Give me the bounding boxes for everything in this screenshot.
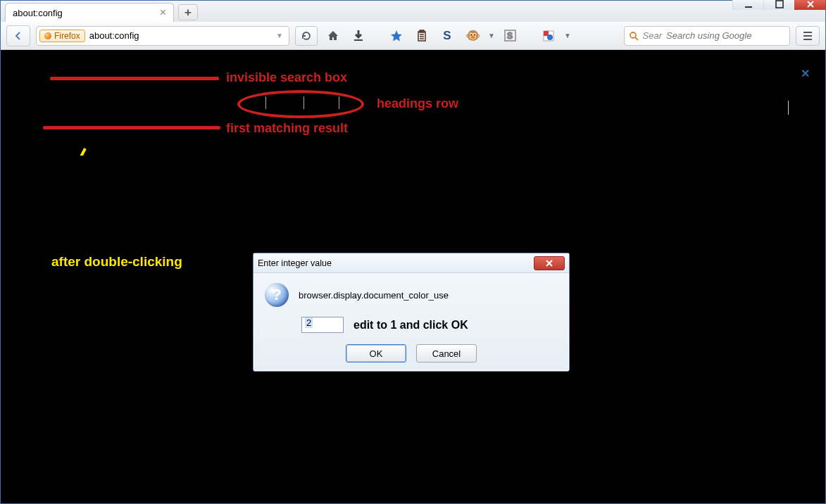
annotation-headings-row: headings row [377, 96, 458, 111]
browser-window: about:config × + Firefox [0, 0, 826, 504]
page-close-icon[interactable]: ✕ [801, 67, 810, 80]
back-button[interactable] [6, 25, 30, 46]
tab-about-config[interactable]: about:config × [5, 3, 174, 22]
tab-close-icon[interactable]: × [160, 7, 166, 18]
question-icon: ? [265, 283, 289, 307]
address-bar[interactable]: Firefox ▼ [36, 26, 289, 46]
dialog-pref-name: browser.display.document_color_use [299, 290, 449, 301]
monkey-icon[interactable]: 🐵 [463, 26, 482, 46]
search-prefix: Sear [643, 30, 662, 41]
annotation-invisible-search: invisible search box [226, 70, 347, 85]
about-config-page[interactable]: ✕ invisible search box headings row firs… [1, 50, 825, 503]
toolbar-dropdown-1[interactable]: ▼ [488, 32, 495, 39]
tab-title: about:config [13, 8, 63, 18]
dialog-ok-button[interactable]: OK [346, 344, 406, 363]
annotation-first-result: first matching result [226, 121, 348, 136]
integer-value-dialog: Enter integer value ? browser.display.do… [253, 253, 570, 372]
bookmark-star-button[interactable] [387, 26, 406, 46]
dialog-cancel-button[interactable]: Cancel [416, 344, 477, 363]
annotation-line-first-result [43, 126, 220, 130]
window-close-button[interactable] [794, 0, 825, 10]
new-tab-button[interactable]: + [178, 4, 198, 20]
annotation-line-search [50, 77, 219, 80]
window-maximize-button[interactable] [763, 0, 794, 10]
svg-line-17 [635, 37, 638, 40]
integer-input[interactable]: 2 [301, 317, 344, 333]
heading-sep-1 [265, 96, 266, 109]
identity-badge[interactable]: Firefox [39, 30, 85, 42]
toolbar-dropdown-2[interactable]: ▼ [564, 32, 571, 39]
svg-marker-5 [391, 30, 402, 42]
dialog-titlebar[interactable]: Enter integer value [254, 253, 569, 273]
tab-strip: about:config × + [1, 1, 825, 22]
pdf-icon[interactable] [539, 26, 558, 46]
dialog-title: Enter integer value [258, 258, 332, 268]
svg-rect-14 [544, 31, 549, 36]
svg-rect-7 [420, 30, 424, 32]
firefox-icon [44, 32, 51, 39]
noscript-icon[interactable]: S [501, 26, 520, 46]
page-caret [788, 101, 789, 115]
home-button[interactable] [323, 26, 343, 46]
svg-point-15 [547, 34, 553, 40]
downloads-button[interactable] [349, 26, 368, 46]
window-minimize-button[interactable] [732, 0, 763, 10]
svg-text:S: S [507, 31, 513, 41]
dialog-body: ? browser.display.document_color_use 2 e… [254, 273, 569, 371]
url-input[interactable] [89, 30, 269, 41]
search-input[interactable] [666, 30, 785, 41]
svg-rect-4 [354, 39, 363, 41]
menu-button[interactable] [796, 26, 820, 46]
heading-sep-2 [304, 96, 304, 109]
dialog-close-button[interactable] [534, 256, 565, 270]
svg-point-16 [630, 32, 636, 38]
svg-rect-1 [776, 1, 783, 8]
clipboard-icon[interactable] [412, 26, 432, 46]
search-box[interactable]: Sear [624, 26, 790, 46]
annotation-edit-hint: edit to 1 and click OK [353, 319, 468, 332]
integer-input-value: 2 [305, 317, 313, 328]
url-dropdown-icon[interactable]: ▼ [273, 32, 286, 39]
navigation-toolbar: Firefox ▼ S 🐵 ▼ S [1, 22, 825, 50]
annotation-arrow [1, 50, 212, 156]
annotation-after-dblclick: after double-clicking [51, 254, 182, 270]
search-icon [629, 31, 639, 41]
identity-label: Firefox [54, 31, 80, 41]
reload-button[interactable] [295, 26, 318, 46]
heading-sep-3 [339, 96, 339, 109]
stylish-icon[interactable]: S [437, 26, 457, 46]
annotation-oval-headings [237, 90, 364, 118]
